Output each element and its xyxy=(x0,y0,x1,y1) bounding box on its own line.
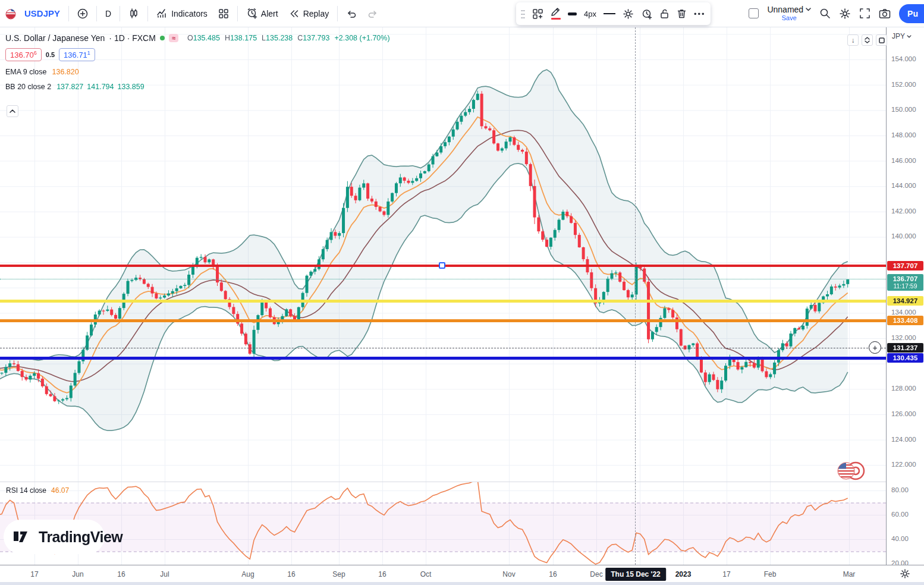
search-icon[interactable] xyxy=(819,8,831,19)
time-axis[interactable]: 17Jun16JulAug16Sep16OctNov16Dec202317Feb… xyxy=(0,565,924,582)
time-tick: Oct xyxy=(420,570,432,578)
interval-button[interactable]: D xyxy=(101,6,115,21)
price-axis[interactable]: JPY 154.000152.000150.000148.000146.0001… xyxy=(887,27,924,565)
symbol-name: USDJPY xyxy=(24,8,60,18)
time-tick: 16 xyxy=(378,570,386,578)
publish-button[interactable]: Pu xyxy=(899,4,924,23)
move-pane-down-button[interactable]: ↓ xyxy=(847,34,859,46)
time-tick: Mar xyxy=(843,570,856,578)
plus-circle-icon xyxy=(77,8,88,19)
price-tick: 144.000 xyxy=(891,182,916,189)
legend-title[interactable]: U.S. Dollar / Japanese Yen xyxy=(5,33,105,43)
level-line-orange[interactable] xyxy=(0,319,886,322)
chart-canvas[interactable] xyxy=(0,27,887,565)
price-tick: 154.000 xyxy=(891,55,916,62)
drawing-toolbar: 4px ••• xyxy=(516,2,711,25)
candles-icon xyxy=(128,8,139,19)
toolbar-separator xyxy=(68,6,69,21)
spread-value: 0.5 xyxy=(46,51,55,58)
collapse-pane-button[interactable] xyxy=(7,105,18,117)
axis-border xyxy=(886,27,887,585)
last-price-label: 136.70711:17:59 xyxy=(887,274,923,291)
pencil-icon xyxy=(551,8,561,17)
more-options-icon[interactable]: ••• xyxy=(694,10,706,18)
alert-label: Alert xyxy=(261,9,278,18)
draw-color-button[interactable] xyxy=(551,8,561,20)
time-tick: 16 xyxy=(287,570,295,578)
chart-style-button[interactable] xyxy=(124,5,143,22)
publish-label: Pu xyxy=(907,9,918,18)
line-alert-icon[interactable] xyxy=(641,8,652,20)
price-tick: 140.000 xyxy=(891,232,916,240)
time-axis-settings-icon[interactable] xyxy=(900,568,910,579)
settings-gear-icon[interactable] xyxy=(839,8,851,20)
time-tick: 16 xyxy=(117,570,125,578)
legend-meta: · 1D · FXCM xyxy=(109,33,156,43)
buy-price-box[interactable]: 136.711 xyxy=(59,48,95,61)
redo-button[interactable] xyxy=(363,5,382,22)
lock-open-icon[interactable] xyxy=(659,8,670,19)
trash-icon[interactable] xyxy=(677,8,687,19)
toolbar-separator xyxy=(337,6,338,21)
top-toolbar: USDJPY D xyxy=(0,0,924,27)
layouts-button[interactable] xyxy=(214,5,233,22)
layout-checkbox[interactable] xyxy=(749,8,759,18)
rsi-tick: 80.00 xyxy=(891,486,909,493)
price-tick: 126.000 xyxy=(891,410,916,417)
replay-label: Replay xyxy=(303,9,329,18)
line-style-icon[interactable] xyxy=(604,13,615,14)
layout-menu[interactable]: Unnamed Save xyxy=(767,5,811,21)
price-tick: 128.000 xyxy=(891,385,916,392)
price-tick: 150.000 xyxy=(891,106,916,113)
pane-separator[interactable] xyxy=(0,482,886,482)
replay-button[interactable]: Replay xyxy=(285,5,334,22)
tradingview-logo[interactable]: TradingView xyxy=(4,520,105,554)
red-line-drag-handle[interactable] xyxy=(439,262,445,269)
last-price-line xyxy=(0,279,886,279)
toolbar-separator xyxy=(237,6,238,21)
save-label[interactable]: Save xyxy=(782,14,797,21)
drag-handle[interactable] xyxy=(521,9,525,19)
level-line-yellow[interactable] xyxy=(0,300,886,303)
alert-button[interactable]: Alert xyxy=(242,5,282,22)
crosshair-vertical-line xyxy=(635,27,636,565)
toolbar-separator xyxy=(147,6,148,21)
symbol-button[interactable]: USDJPY xyxy=(20,5,64,21)
camera-icon[interactable] xyxy=(879,8,891,19)
time-tick: Aug xyxy=(241,570,254,578)
compare-add-button[interactable] xyxy=(73,5,92,22)
tradingview-mark-icon xyxy=(13,529,33,545)
line-width-label[interactable]: 4px xyxy=(584,10,596,18)
collapse-pane-icon-button[interactable] xyxy=(862,34,873,46)
symbol-logo-icon xyxy=(5,8,17,20)
indicators-button[interactable]: Indicators xyxy=(152,5,212,22)
toolbar-separator xyxy=(120,6,120,21)
ema-legend-row[interactable]: EMA 9 close 136.820 xyxy=(5,68,390,76)
layout-name-label: Unnamed xyxy=(767,5,803,14)
delayed-data-badge[interactable]: ≈ xyxy=(169,34,178,42)
rsi-label: RSI 14 close xyxy=(6,486,46,495)
time-tick: 2023 xyxy=(675,570,692,578)
price-tick: 124.000 xyxy=(891,436,916,443)
undo-button[interactable] xyxy=(342,5,361,22)
symbol-pair-watermark-icon xyxy=(836,460,867,482)
line-thickness-icon[interactable] xyxy=(568,12,577,15)
market-status-icon[interactable] xyxy=(160,36,165,40)
line-settings-gear-icon[interactable] xyxy=(623,8,634,20)
sell-price-box[interactable]: 136.706 xyxy=(5,48,42,61)
crosshair-date-badge: Thu 15 Dec '22 xyxy=(605,568,666,581)
maximize-pane-button[interactable] xyxy=(876,34,887,46)
crosshair-price-line xyxy=(0,348,886,348)
rsi-legend-row[interactable]: RSI 14 close 46.07 xyxy=(6,486,69,495)
change-value: +2.308 (+1.70%) xyxy=(334,34,389,42)
grid-layout-icon xyxy=(218,8,229,19)
redo-icon xyxy=(367,8,378,19)
support-line-blue[interactable] xyxy=(0,357,886,360)
fullscreen-icon[interactable] xyxy=(859,8,870,19)
pane-controls: ↓ xyxy=(847,34,887,46)
bb-legend-row[interactable]: BB 20 close 2 137.827141.794133.859 xyxy=(5,83,390,91)
add-layout-icon[interactable] xyxy=(532,8,543,20)
time-tick: 16 xyxy=(549,570,557,578)
currency-selector[interactable]: JPY xyxy=(892,32,912,40)
indicators-label: Indicators xyxy=(171,9,208,18)
